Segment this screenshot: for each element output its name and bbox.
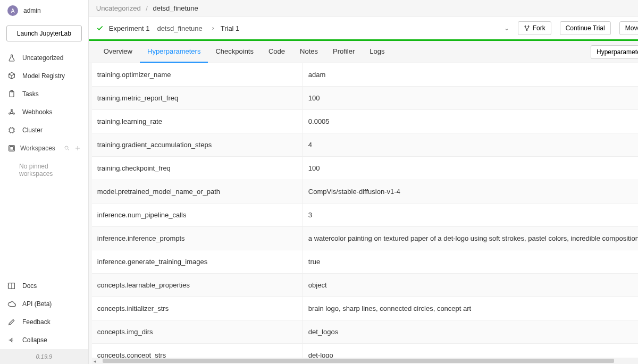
hyperparam-value: CompVis/stable-diffusion-v1-4 [303,180,638,203]
tab-overview[interactable]: Overview [96,41,140,63]
svg-point-11 [526,30,527,31]
svg-rect-5 [10,128,14,132]
fork-icon [524,25,530,31]
search-icon[interactable] [64,145,70,151]
clipboard-icon [7,90,16,98]
table-row[interactable]: inference.generate_training_imagestrue [92,250,638,274]
sidebar-item-docs[interactable]: Docs [0,277,88,295]
fork-button-label: Fork [533,24,545,32]
table-row[interactable]: training.learning_rate0.0005 [92,110,638,133]
main: Uncategorized / detsd_finetune Experimen… [89,0,638,364]
hyperparam-key: training.checkpoint_freq [92,157,303,180]
breadcrumb-parent[interactable]: Uncategorized [96,4,141,12]
horizontal-scrollbar[interactable]: ◂ ▸ [92,358,638,364]
svg-point-3 [13,113,15,114]
sidebar-item-webhooks[interactable]: Webhooks [0,103,88,121]
workspaces-icon [7,144,16,153]
sidebar: A admin Launch JupyterLab Uncategorized … [0,0,89,364]
hyperparam-key: concepts.learnable_properties [92,274,303,297]
hyperparam-key: inference.num_pipeline_calls [92,204,303,226]
sidebar-item-tasks[interactable]: Tasks [0,85,88,103]
scrollbar-thumb[interactable] [103,359,614,363]
username: admin [23,7,41,14]
hyperparam-key: inference.generate_training_images [92,250,303,273]
table-row[interactable]: training.gradient_accumulation_steps4 [92,133,638,157]
svg-rect-7 [10,147,14,150]
tab-checkpoints[interactable]: Checkpoints [208,41,261,63]
tab-logs[interactable]: Logs [362,41,392,63]
experiment-bar: Experiment 1 detsd_finetune › Trial 1 ⌄ … [89,16,638,41]
hyperparam-value: 0.0005 [303,110,638,133]
webhook-icon [7,108,16,116]
tab-code[interactable]: Code [261,41,292,63]
sidebar-item-api[interactable]: API (Beta) [0,295,88,313]
sidebar-item-feedback[interactable]: Feedback [0,313,88,331]
sidebar-item-model-registry[interactable]: Model Registry [0,67,88,85]
tab-notes[interactable]: Notes [292,41,325,63]
table-row[interactable]: inference.num_pipeline_calls3 [92,204,638,227]
table-row[interactable]: model.pretrained_model_name_or_pathCompV… [92,180,638,204]
sidebar-item-uncategorized[interactable]: Uncategorized [0,49,88,67]
hyperparam-value: 100 [303,87,638,109]
launch-jupyterlab-button[interactable]: Launch JupyterLab [6,26,82,41]
user-row[interactable]: A admin [0,0,88,21]
hyperparam-value: brain logo, sharp lines, connected circl… [303,297,638,320]
flask-icon [7,54,16,62]
check-icon [96,24,104,32]
svg-point-2 [9,113,11,114]
nav-label: Docs [22,282,37,290]
fork-button[interactable]: Fork [518,21,551,35]
svg-point-8 [65,146,68,149]
chip-icon [7,126,16,134]
nav-label: Collapse [22,336,47,344]
tab-hyperparameters[interactable]: Hyperparameters [140,41,208,63]
nav-label: API (Beta) [22,300,52,308]
continue-trial-button[interactable]: Continue Trial [560,21,611,35]
table-row[interactable]: training.metric_report_freq100 [92,87,638,110]
table-row[interactable]: training.checkpoint_freq100 [92,157,638,180]
hyperparam-value: true [303,250,638,273]
table-row[interactable]: concepts.img_dirsdet_logos [92,320,638,344]
table-row[interactable]: concepts.learnable_propertiesobject [92,274,638,297]
svg-point-4 [11,109,13,111]
collapse-icon [7,336,16,344]
nav-label: Tasks [22,90,39,98]
move-button[interactable]: Move [619,21,638,35]
nav-label: Feedback [22,318,51,326]
hyperparam-value: a watercolor painting on textured paper … [303,227,638,250]
breadcrumb-current: detsd_finetune [153,4,198,12]
plus-icon[interactable] [74,145,81,151]
book-icon [7,282,16,290]
hyperparam-key: model.pretrained_model_name_or_path [92,180,303,203]
hyperparam-key: inference.inference_prompts [92,227,303,250]
hyperparameter-search-button[interactable]: Hyperparameter Search [591,45,638,59]
nav-label: Cluster [22,126,43,134]
table-row[interactable]: concepts.initializer_strsbrain logo, sha… [92,297,638,320]
hyperparameters-table: training.optimizer_nameadamtraining.metr… [92,63,638,364]
hyperparam-value: det_logos [303,320,638,343]
cube-icon [7,72,16,80]
hyperparam-value: 100 [303,157,638,180]
hyperparam-value: 3 [303,204,638,226]
sidebar-item-cluster[interactable]: Cluster [0,121,88,139]
tab-profiler[interactable]: Profiler [325,41,362,63]
table-row[interactable]: training.optimizer_nameadam [92,63,638,87]
sidebar-item-collapse[interactable]: Collapse [0,331,88,349]
hyperparam-key: concepts.img_dirs [92,320,303,343]
scroll-left-icon[interactable]: ◂ [92,358,98,364]
svg-point-10 [528,26,529,27]
no-pinned-workspaces: No pinned workspaces [0,157,88,183]
breadcrumb: Uncategorized / detsd_finetune [89,0,638,16]
sidebar-item-workspaces[interactable]: Workspaces [0,139,88,157]
hyperparam-value: adam [303,63,638,86]
trial-label[interactable]: Trial 1 [221,24,240,32]
hyperparam-key: training.optimizer_name [92,63,303,86]
version-label: 0.19.9 [0,349,88,364]
experiment-label[interactable]: Experiment 1 [109,24,150,32]
chevron-down-icon[interactable]: ⌄ [504,24,509,32]
nav-label: Uncategorized [22,54,63,62]
nav-label: Workspaces [20,145,55,152]
table-row[interactable]: inference.inference_promptsa watercolor … [92,227,638,250]
hyperparam-key: concepts.initializer_strs [92,297,303,320]
experiment-title: detsd_finetune [157,24,202,32]
